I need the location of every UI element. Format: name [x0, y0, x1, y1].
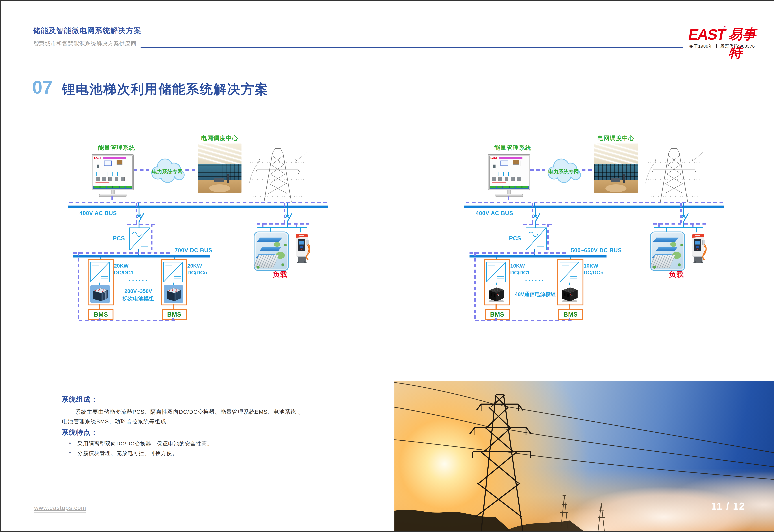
factory-drop	[270, 228, 271, 232]
pcs-label: PCS	[509, 235, 521, 242]
comm-power-module-n	[557, 259, 584, 305]
load-feeder-line	[654, 227, 703, 228]
bottom-comm-dash	[79, 320, 178, 321]
dc-bus	[469, 255, 607, 257]
bmsn-label: BMS	[563, 311, 578, 318]
ev-charger-image	[689, 232, 707, 264]
bmsn-box: BMS	[558, 309, 583, 320]
load-branch-stub	[287, 203, 288, 206]
website-link[interactable]: www.eastups.com	[34, 505, 86, 513]
dcdc1-name: DC/DC1	[114, 269, 133, 276]
logo-east-wordmark: EAST	[687, 26, 727, 43]
ems-screen-diagram-box	[500, 161, 508, 166]
battery-module-n	[161, 259, 187, 305]
bullet-icon: •	[69, 440, 71, 446]
module-internal-link	[173, 283, 174, 285]
composition-title: 系统组成：	[62, 395, 98, 404]
dcdc1-power: 10KW	[510, 262, 530, 269]
bms1-label: BMS	[94, 311, 108, 318]
dc-bus-label: 500~650V DC BUS	[571, 247, 622, 254]
room-desk	[215, 178, 224, 182]
room-kiosk	[623, 174, 626, 183]
header-divider	[140, 47, 683, 48]
room-ceiling	[594, 144, 638, 166]
ellipsis-more-modules: ······	[126, 276, 151, 285]
ems-screen-windmill	[124, 161, 124, 166]
feature-item-1: 采用隔离型双向DC/DC变换器，保证电池的安全性高。	[77, 440, 213, 447]
section-number: 07	[32, 77, 52, 98]
load-ctrl-dash	[257, 223, 309, 225]
page-subtitle: 智慧城市和智慧能源系统解决方案供应商	[33, 40, 136, 47]
power-network-cloud: 电力系统专网	[148, 156, 186, 184]
ac-bus	[68, 206, 328, 208]
breaker-icon	[678, 208, 689, 228]
dcdc1-label: 20KW DC/DC1	[114, 262, 133, 276]
bms1-comm-stub	[495, 318, 497, 320]
comm-power-unit-icon	[560, 285, 579, 303]
battery-pack-icon	[90, 285, 110, 303]
ems-screen-cabinets	[492, 177, 521, 181]
pcs-converter	[129, 227, 150, 250]
ems-screen-windmill	[520, 161, 520, 166]
pcs-branch-stub	[138, 203, 139, 206]
bms1-label: BMS	[490, 311, 504, 318]
ems-screen-cabinets	[96, 177, 125, 181]
pcs-ctrl-dash-top	[523, 224, 554, 225]
dispatch-center-photo	[594, 144, 638, 193]
dcdcn-label: 10KW DC/DCn	[584, 262, 604, 276]
storage-label-line1: 200V~350V	[115, 287, 161, 295]
dcdcn-name: DC/DCn	[584, 269, 604, 276]
ems-screen-device	[97, 165, 99, 168]
monitor-comm-drop	[111, 196, 113, 202]
dcdc1-power: 20KW	[114, 262, 133, 269]
bmsn-comm-stub	[172, 318, 174, 320]
dc-bus	[73, 255, 210, 257]
charger-drop	[300, 228, 301, 232]
battery-module-1	[88, 259, 114, 305]
bmsn-link	[569, 304, 570, 309]
diagram-energy-storage-700v: 能量管理系统 EAST	[68, 133, 331, 328]
ems-label: 能量管理系统	[489, 144, 537, 152]
pcs-ctrl-dash-right	[151, 224, 152, 253]
left-comm-dash	[78, 252, 79, 321]
load-branch-stub	[683, 203, 684, 206]
load-ctrl-stub-2	[692, 223, 694, 227]
page-title: 储能及智能微电网系统解决方案	[33, 26, 141, 36]
dispatch-center-label: 电网调度中心	[198, 134, 242, 142]
comm-power-module-1	[484, 259, 510, 305]
link-cloud-dispatch	[582, 169, 595, 171]
page-number: 11 / 12	[711, 500, 745, 512]
dc-comm-dash	[73, 252, 172, 254]
comm-bus-dashed	[69, 202, 329, 203]
bmsn-label: BMS	[167, 311, 181, 318]
dcdc1-label: 10KW DC/DC1	[510, 262, 530, 276]
ems-screen-toolbar	[490, 186, 529, 189]
transmission-tower-sketch	[645, 146, 703, 204]
load-ctrl-stub-1	[262, 223, 264, 227]
ems-monitor-screen: EAST	[92, 154, 133, 190]
load-label: 负载	[664, 270, 689, 279]
dc-bus-label: 700V DC BUS	[174, 247, 212, 254]
diagram-energy-storage-48v: 能量管理系统 EAST	[464, 133, 727, 328]
bms1-link	[495, 304, 497, 309]
brochure-page: 储能及智能微电网系统解决方案 智慧城市和智慧能源系统解决方案供应商 EAST ®…	[0, 0, 774, 532]
pcs-label: PCS	[113, 235, 125, 242]
dcdcn-power: 10KW	[584, 262, 604, 269]
storage-voltage-label: 200V~350V 梯次电池模组	[115, 287, 161, 302]
load-label: 负载	[268, 270, 293, 279]
link-monitor-cloud	[530, 169, 545, 171]
ems-monitor: EAST	[488, 154, 530, 197]
room-rug	[209, 184, 230, 192]
battery-pack-icon	[163, 285, 183, 303]
ems-label: 能量管理系统	[92, 144, 140, 152]
transmission-tower-sketch	[249, 146, 307, 204]
monitor-stand-base	[495, 194, 523, 197]
ems-screen-busline	[491, 171, 527, 171]
feature-item-2: 分簇模块管理、充放电可控、可换方便。	[77, 450, 178, 457]
ac-bus	[464, 206, 724, 208]
dcdcn-name: DC/DCn	[187, 269, 207, 276]
dcdc-converter-icon	[90, 262, 110, 282]
registered-mark-icon: ®	[723, 25, 726, 31]
ems-screen-toolbar	[93, 186, 132, 189]
factory-drop	[666, 228, 667, 232]
